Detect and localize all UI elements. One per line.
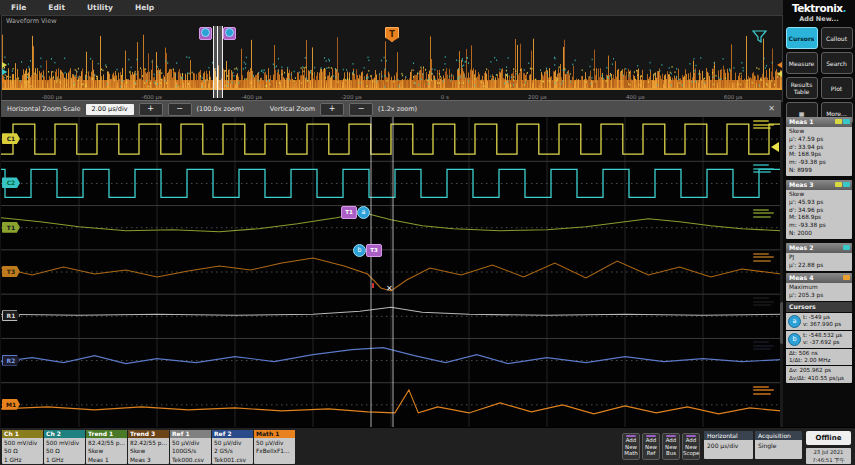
- waveform-graticule: C1C2T1T3R1R2M1 T1 a b T3 ✕: [1, 117, 781, 427]
- trace-badge-r1[interactable]: R1: [2, 310, 20, 321]
- channel-badge-ref1[interactable]: Ref 1 50 µV/div100GS/sTek000.csv: [170, 430, 211, 464]
- waveform-overview: Waveform View T -800 µs-600 µs-400 µs-20…: [1, 15, 783, 102]
- cursor-b-readout-row: b t: -548.532 µsv: -37.692 ps: [786, 331, 852, 348]
- meas3-badge[interactable]: Meas 3 Skewµ': 45.93 psσ': 34.96 psM: 16…: [786, 180, 852, 239]
- meas3-readouts: Skewµ': 45.93 psσ': 34.96 psM: 168.9psm:…: [786, 190, 852, 239]
- offline-button[interactable]: Offline: [806, 431, 851, 445]
- meas2-readouts: PJµ': 22.88 ps: [786, 253, 852, 271]
- tektronix-logo: Tektronix.: [783, 2, 855, 14]
- scale-readout-5: [753, 297, 777, 308]
- v-zoom-out-button[interactable]: −: [349, 103, 373, 116]
- scale-readout-4: [753, 253, 777, 264]
- add-new-scope-button[interactable]: Add New Scope: [682, 433, 700, 460]
- overview-right-marker-2: [777, 71, 782, 77]
- menu-help[interactable]: Help: [124, 3, 165, 12]
- trend3-badge-title: Trend 3: [128, 430, 169, 438]
- add-results-table-button[interactable]: Results Table: [786, 77, 818, 99]
- trend1-badge-info: 82.42/55 p...SkewMeas 1: [86, 438, 127, 464]
- scale-readout-2: [753, 164, 777, 175]
- zoom-close-icon[interactable]: ✕: [768, 104, 775, 113]
- overview-ch2-marker: [2, 69, 7, 75]
- horizontal-panel-title: Horizontal: [704, 431, 753, 440]
- trace-badge-t3[interactable]: T3: [2, 266, 20, 277]
- menu-file[interactable]: File: [0, 3, 37, 12]
- waveform-canvas: [1, 117, 781, 427]
- channel-badge-trend1[interactable]: Trend 1 82.42/55 p...SkewMeas 1: [86, 430, 127, 464]
- horizontal-panel[interactable]: Horizontal 200 µs/div: [704, 431, 753, 459]
- add-new-ref-button[interactable]: Add New Ref: [642, 433, 660, 460]
- horizontal-zoom-scale-label: Horizontal Zoom Scale: [7, 105, 81, 113]
- overview-cursor-b-handle[interactable]: [223, 27, 236, 40]
- meas4-badge[interactable]: Meas 4 Maximumµ': 205.3 ps: [786, 273, 852, 301]
- trace-badge-m1[interactable]: M1: [2, 399, 20, 410]
- acquisition-panel[interactable]: Acquisition Single: [755, 431, 802, 459]
- trace-badge-c2[interactable]: C2: [2, 177, 20, 188]
- cursor-delta-t-readout: Δt: 506 ns1/Δt: 2.00 MHz: [786, 349, 852, 366]
- ch2-badge-title: Ch 2: [44, 430, 85, 438]
- ch2-badge-info: 500 mV/div50 Ω1 GHz: [44, 438, 85, 464]
- horizontal-zoom-scale-input[interactable]: 2.00 µs/div: [86, 104, 134, 115]
- overview-right-marker-1: [777, 62, 782, 68]
- overview-math-marker: [2, 78, 7, 84]
- add-new-header: Add New...: [783, 15, 855, 23]
- logo-accent: .: [843, 2, 847, 14]
- acquisition-panel-value: Single: [755, 440, 802, 459]
- ch1-badge-info: 500 mV/div50 Ω1 GHz: [2, 438, 43, 464]
- add-new-bus-button[interactable]: Add New Bus: [662, 433, 680, 460]
- zoom-funnel-icon[interactable]: [752, 30, 768, 44]
- meas4-title: Meas 4: [786, 273, 852, 283]
- overview-title: Waveform View: [6, 17, 57, 25]
- add-new-math-button[interactable]: Add New Math: [622, 433, 640, 460]
- bottom-bar: Ch 1 500 mV/div50 Ω1 GHz Ch 2 500 mV/div…: [0, 427, 855, 465]
- math1-badge-info: 50 µV/divFxBellxF1...: [254, 438, 295, 456]
- cursor-delta-v-readout: Δv: 205.962 psΔv/Δt: 410.55 ps/µs: [786, 366, 852, 383]
- meas1-badge[interactable]: Meas 1 Skewµ': 47.59 psσ': 33.94 psM: 16…: [786, 117, 852, 176]
- add-callout-button[interactable]: Callout: [821, 27, 853, 49]
- trigger-level-arrow-icon[interactable]: [771, 142, 779, 152]
- ch1-badge-title: Ch 1: [2, 430, 43, 438]
- h-zoom-out-button[interactable]: −: [168, 103, 192, 116]
- v-zoom-in-button[interactable]: +: [320, 103, 344, 116]
- add-plot-button[interactable]: Plot: [821, 77, 853, 99]
- meas1-title: Meas 1: [786, 117, 852, 127]
- menu-utility[interactable]: Utility: [76, 3, 124, 12]
- ref1-badge-info: 50 µV/div100GS/sTek000.csv: [170, 438, 211, 464]
- cursor-b-icon: b: [788, 333, 801, 346]
- channel-badge-ch2[interactable]: Ch 2 500 mV/div50 Ω1 GHz: [44, 430, 85, 464]
- trace-badge-t1[interactable]: T1: [2, 222, 20, 233]
- trace-badge-r2[interactable]: R2: [2, 355, 20, 366]
- h-zoom-readout: (100.0x zoom): [197, 105, 244, 113]
- right-sidebar: Tektronix. Add New... Cursors Callout Me…: [783, 0, 855, 427]
- cursor-t1-tag[interactable]: T1: [341, 206, 357, 219]
- channel-badge-ref2[interactable]: Ref 2 50 µV/div2 GS/sTek001.csv: [212, 430, 253, 464]
- scale-readout-6: [753, 341, 777, 352]
- tekscope-screen: File Edit Utility Help Waveform View T -…: [0, 0, 855, 465]
- menu-edit[interactable]: Edit: [37, 3, 76, 12]
- scale-readout-7: [753, 386, 777, 397]
- zoom-toolbar: Horizontal Zoom Scale 2.00 µs/div + − (1…: [1, 100, 781, 117]
- cursor-b-knob[interactable]: b: [353, 244, 366, 257]
- channel-badge-ch1[interactable]: Ch 1 500 mV/div50 Ω1 GHz: [2, 430, 43, 464]
- overview-cursor-a-handle[interactable]: [199, 27, 212, 40]
- meas3-title: Meas 3: [786, 180, 852, 190]
- cursors-panel-title: Cursors: [786, 302, 852, 312]
- meas3-source-chips: [835, 182, 850, 187]
- cursor-b-dot-icon: [225, 28, 234, 37]
- trace-badge-c1[interactable]: C1: [2, 133, 20, 144]
- meas2-title: Meas 2: [786, 243, 852, 253]
- add-search-button[interactable]: Search: [821, 52, 853, 74]
- channel-badge-trend3[interactable]: Trend 3 82.42/55 p...SkewMeas 3: [128, 430, 169, 464]
- channel-badge-math1[interactable]: Math 1 50 µV/divFxBellxF1...: [254, 430, 295, 464]
- add-measure-button[interactable]: Measure: [786, 52, 818, 74]
- scale-readout-1: [753, 120, 777, 131]
- cursors-results-panel[interactable]: Cursors a t: -549 µsv: 367.990 ps b t: -…: [786, 302, 852, 383]
- cursor-a-knob[interactable]: a: [357, 206, 370, 219]
- cursor-t3-tag[interactable]: T3: [366, 244, 382, 257]
- add-cursors-button[interactable]: Cursors: [786, 27, 818, 49]
- ref2-badge-info: 50 µV/div2 GS/sTek001.csv: [212, 438, 253, 464]
- h-zoom-in-button[interactable]: +: [139, 103, 163, 116]
- crosshair-marker-icon: ✕: [386, 284, 393, 293]
- meas2-badge[interactable]: Meas 2 PJµ': 22.88 ps: [786, 243, 852, 271]
- overview-zoom-region[interactable]: [213, 26, 223, 98]
- cursor-a-dot-icon: [201, 28, 210, 37]
